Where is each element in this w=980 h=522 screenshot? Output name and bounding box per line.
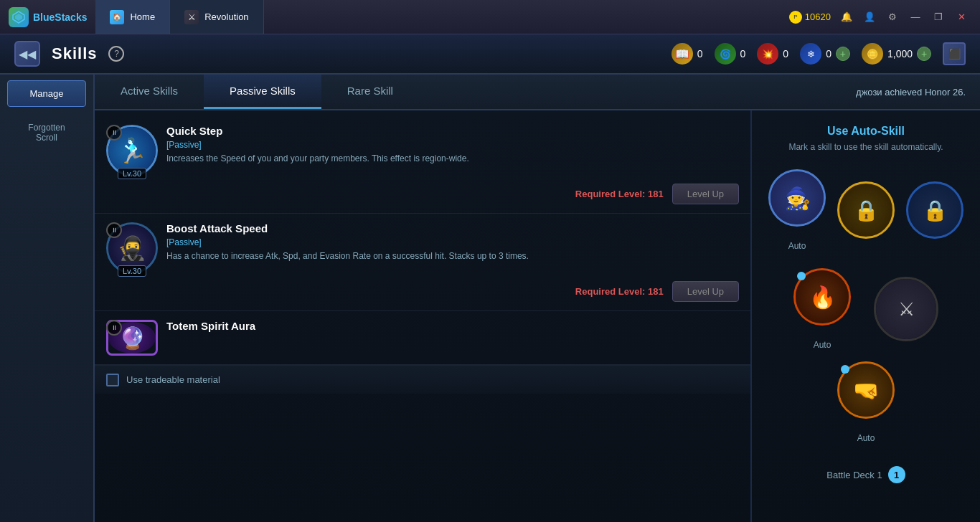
close-button[interactable]: ✕ [954,10,969,24]
gem-blue-amount: 0 [826,48,831,60]
battle-deck-label: Battle Deck 1 [826,470,882,480]
slot-row-bottom: 🤜 Auto [837,361,895,443]
back-button[interactable]: ◀◀ [14,41,40,67]
user-avatar[interactable]: 👤 [862,10,877,24]
restore-button[interactable]: ❐ [931,10,946,24]
slot-row-middle: 🔥 Auto ⚔ [793,268,938,350]
tab-rare-skill[interactable]: Rare Skill [321,75,419,109]
notifications-bell[interactable]: 🔔 [839,10,854,24]
book-icon: 📖 [672,43,693,65]
boost-icon-wrap: ⏸ Lv.30 [106,222,158,274]
fist-label: Auto [837,433,895,443]
sidebar-item-manage[interactable]: Manage [7,80,86,107]
deck-badge[interactable]: 1 [888,466,905,483]
boost-name: Boost Attack Speed [166,222,739,234]
resource-gem-green: 🌀 0 [715,43,746,65]
resource-gem-red: 💥 0 [757,43,788,65]
bs-logo-icon [9,7,29,27]
tab-passive-skills[interactable]: Passive Skills [204,75,321,109]
gem-blue-plus[interactable]: + [836,47,850,61]
skill-slot-fist[interactable]: 🤜 [837,361,895,419]
skill-main-row-boost: ⏸ Lv.30 Boost Attack Speed [Passive] Has… [106,222,739,274]
auto-skill-panel: Use Auto-Skill Mark a skill to use the s… [750,110,980,522]
help-button[interactable]: ? [108,46,124,62]
game-window: ◀◀ Skills ? 📖 0 🌀 0 💥 0 ❄ 0 + 🪙 [0,34,980,522]
titlebar-tabs: 🏠 Home ⚔ Revolution [95,0,777,34]
quick-step-tag: [Passive] [166,140,739,150]
quick-step-req-level: Required Level: 181 [575,189,664,199]
skill-slot-fire[interactable]: 🔥 [793,268,851,326]
revolution-tab-icon: ⚔ [184,10,199,24]
settings-icon[interactable]: ⚙ [885,10,900,24]
weapon-icon: ⚔ [876,279,936,339]
skill-slot-warrior[interactable]: 🧙 [768,169,826,227]
main-content: Manage ForgottenScroll Active Skills Pas… [0,75,980,522]
svg-marker-1 [15,14,22,21]
tab-revolution[interactable]: ⚔ Revolution [170,0,263,34]
skill-main-row-quick-step: ⏸ Lv.30 Quick Step [Passive] Increases t… [106,125,739,176]
tradeable-label: Use tradeable material [126,374,220,385]
gold-plus[interactable]: + [917,47,931,61]
coin-icon: P [789,11,802,24]
boost-desc: Has a chance to increase Atk, Spd, and E… [166,250,739,262]
forgotten-scroll-label: ForgottenScroll [28,123,65,143]
book-amount: 0 [697,48,703,60]
skill-slot-gold-lock[interactable]: 🔒 [837,181,895,239]
quick-step-name: Quick Step [166,125,739,137]
fire-dot [797,272,806,280]
skill-entry-boost-attack-speed: ⏸ Lv.30 Boost Attack Speed [Passive] Has… [95,214,750,311]
totem-pause-badge[interactable]: ⏸ [106,320,122,336]
warrior-label: Auto [768,241,826,251]
titlebar: BlueStacks 🏠 Home ⚔ Revolution P 10620 🔔… [0,0,980,34]
quick-step-pause-badge[interactable]: ⏸ [106,125,122,141]
sidebar: Manage ForgottenScroll [0,75,95,522]
quick-step-level-up-btn[interactable]: Level Up [672,184,739,204]
gold-amount: 1,000 [887,48,913,60]
gem-green-amount: 0 [740,48,746,60]
gem-red-icon: 💥 [757,43,778,65]
header-resources: 📖 0 🌀 0 💥 0 ❄ 0 + 🪙 1,000 + ⬛ [672,42,966,65]
exit-icon: ⬛ [948,48,961,60]
quick-step-desc: Increases the Speed of you and your part… [166,153,739,165]
quick-step-footer: Required Level: 181 Level Up [106,184,739,204]
auto-skill-title: Use Auto-Skill [827,125,905,138]
totem-icon-wrap: ⏸ [106,320,158,356]
bluestacks-logo: BlueStacks [0,7,95,27]
fire-label: Auto [793,340,851,350]
home-tab-icon: 🏠 [110,10,124,24]
manage-label: Manage [30,88,64,99]
boost-level: Lv.30 [118,265,146,277]
boost-level-up-btn[interactable]: Level Up [672,281,739,302]
resource-book: 📖 0 [672,43,703,65]
boost-footer: Required Level: 181 Level Up [106,281,739,302]
exit-button[interactable]: ⬛ [943,42,966,65]
game-header: ◀◀ Skills ? 📖 0 🌀 0 💥 0 ❄ 0 + 🪙 [0,34,980,75]
gem-red-amount: 0 [783,48,788,60]
bluestacks-label: BlueStacks [33,11,87,23]
resource-gold: 🪙 1,000 + [862,43,931,65]
tradeable-checkbox[interactable] [106,374,119,386]
skill-slots: 🧙 Auto 🔒 [763,169,969,443]
auto-skill-description: Mark a skill to use the skill automatica… [788,142,943,152]
tab-active-skills[interactable]: Active Skills [95,75,204,109]
skill-entry-quick-step: ⏸ Lv.30 Quick Step [Passive] Increases t… [95,116,750,214]
sidebar-item-forgotten-scroll[interactable]: ForgottenScroll [7,115,86,150]
skill-entry-totem: ⏸ Totem Spirit Aura [95,311,750,365]
notification-bar: джози achieved Honor 26. [842,75,980,109]
quick-step-icon-wrap: ⏸ Lv.30 [106,125,158,176]
minimize-button[interactable]: — [908,10,923,24]
battle-deck: Battle Deck 1 1 [826,466,905,483]
gold-icon: 🪙 [862,43,883,65]
notification-text: джози achieved Honor 26. [856,87,966,98]
skill-slot-blue-lock[interactable]: 🔒 [906,181,963,239]
boost-pause-badge[interactable]: ⏸ [106,222,122,238]
totem-info: Totem Spirit Aura [166,320,739,335]
boost-req-level: Required Level: 181 [575,286,664,297]
titlebar-right: P 10620 🔔 👤 ⚙ — ❐ ✕ [778,10,980,24]
warrior-icon: 🧙 [771,171,824,224]
fist-dot [841,365,849,374]
active-skills-label: Active Skills [121,85,178,97]
resource-gem-blue: ❄ 0 + [800,43,850,65]
tab-home[interactable]: 🏠 Home [95,0,170,34]
skill-slot-weapon[interactable]: ⚔ [874,277,938,341]
